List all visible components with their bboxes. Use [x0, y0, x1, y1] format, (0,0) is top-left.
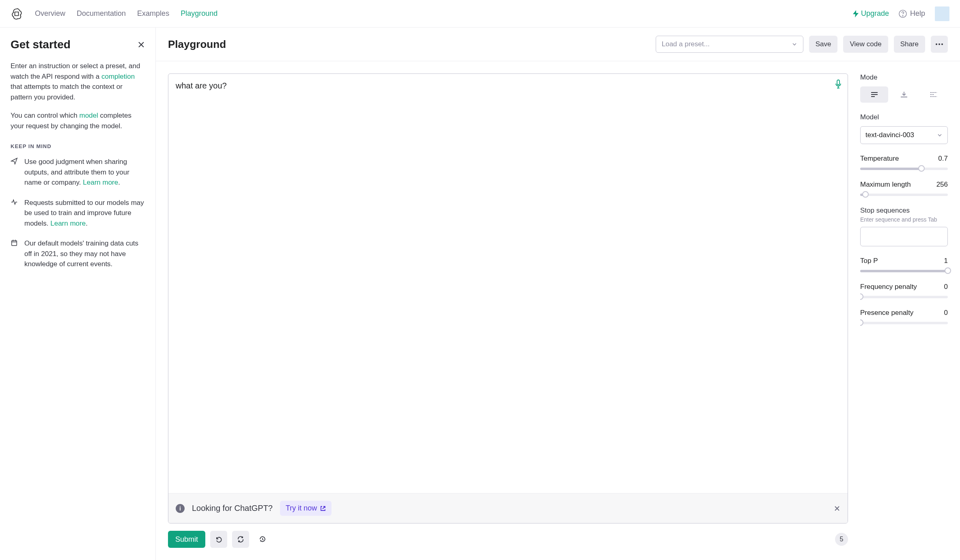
- help-link[interactable]: Help: [899, 9, 925, 18]
- svg-point-1: [902, 15, 903, 16]
- try-it-now-button[interactable]: Try it now: [280, 501, 331, 516]
- sidebar-title: Get started: [11, 38, 71, 51]
- topp-slider[interactable]: [860, 270, 948, 272]
- chevron-down-icon: [792, 41, 797, 47]
- maxlength-label: Maximum length: [860, 181, 911, 189]
- dots-icon: [936, 43, 943, 45]
- settings-panel: Mode: [860, 61, 960, 560]
- model-value: text-davinci-003: [865, 131, 914, 139]
- mode-edit-icon: [930, 92, 937, 97]
- regenerate-button[interactable]: [232, 531, 249, 548]
- history-icon: [259, 536, 266, 543]
- svg-rect-6: [837, 80, 839, 85]
- temperature-label: Temperature: [860, 155, 899, 163]
- svg-point-4: [938, 43, 940, 45]
- nav-links: Overview Documentation Examples Playgrou…: [35, 9, 853, 18]
- calendar-icon: [11, 239, 19, 269]
- token-count: 5: [835, 533, 848, 546]
- learn-more-link[interactable]: Learn more: [83, 179, 118, 186]
- topp-label: Top P: [860, 257, 878, 265]
- learn-more-link[interactable]: Learn more: [50, 220, 86, 227]
- nav-documentation[interactable]: Documentation: [77, 9, 126, 18]
- history-button[interactable]: [254, 531, 271, 548]
- nav-playground[interactable]: Playground: [181, 9, 217, 18]
- svg-point-5: [941, 43, 943, 45]
- close-icon[interactable]: [834, 505, 840, 512]
- stop-hint: Enter sequence and press Tab: [860, 216, 948, 223]
- help-icon: [899, 10, 907, 18]
- avatar[interactable]: [935, 6, 949, 21]
- info-icon: i: [176, 504, 185, 513]
- stop-label: Stop sequences: [860, 207, 948, 215]
- freqpen-label: Frequency penalty: [860, 283, 917, 291]
- upgrade-link[interactable]: Upgrade: [853, 9, 889, 18]
- prompt-textarea[interactable]: what are you?: [168, 74, 848, 493]
- model-label: Model: [860, 113, 948, 121]
- undo-button[interactable]: [210, 531, 227, 548]
- model-select[interactable]: text-davinci-003: [860, 126, 948, 144]
- mode-label: Mode: [860, 73, 948, 82]
- openai-logo[interactable]: [11, 8, 23, 20]
- submit-button[interactable]: Submit: [168, 531, 205, 548]
- mode-complete-button[interactable]: [860, 86, 888, 103]
- bolt-icon: [853, 10, 859, 17]
- undo-icon: [215, 536, 222, 543]
- close-icon[interactable]: [138, 41, 145, 48]
- get-started-sidebar: Get started Enter an instruction or sele…: [0, 28, 156, 560]
- prespen-value: 0: [944, 309, 948, 317]
- svg-point-3: [936, 43, 937, 45]
- maxlength-slider[interactable]: [860, 194, 948, 196]
- nav-right: Upgrade Help: [853, 6, 949, 21]
- nav-examples[interactable]: Examples: [137, 9, 169, 18]
- share-button[interactable]: Share: [894, 36, 925, 53]
- editor-box: what are you? i Looking for ChatGPT? Try…: [168, 73, 848, 523]
- temperature-slider[interactable]: [860, 168, 948, 170]
- nav-overview[interactable]: Overview: [35, 9, 65, 18]
- banner-text: Looking for ChatGPT?: [192, 504, 273, 513]
- prespen-label: Presence penalty: [860, 309, 913, 317]
- more-button[interactable]: [931, 36, 948, 53]
- mode-complete-icon: [871, 92, 878, 97]
- top-nav: Overview Documentation Examples Playgrou…: [0, 0, 960, 28]
- activity-icon: [11, 198, 19, 229]
- mode-insert-icon: [900, 91, 908, 98]
- save-button[interactable]: Save: [809, 36, 838, 53]
- chatgpt-banner: i Looking for ChatGPT? Try it now: [168, 493, 848, 523]
- keep-in-mind-heading: KEEP IN MIND: [11, 143, 145, 149]
- maxlength-value: 256: [936, 181, 948, 189]
- keep-item: Use good judgment when sharing outputs, …: [11, 157, 145, 188]
- model-link[interactable]: model: [79, 112, 98, 119]
- sidebar-p1: Enter an instruction or select a preset,…: [11, 61, 145, 102]
- svg-rect-2: [12, 241, 17, 246]
- prespen-slider[interactable]: [860, 322, 948, 324]
- temperature-value: 0.7: [938, 155, 948, 163]
- mic-icon[interactable]: [835, 80, 842, 88]
- preset-placeholder: Load a preset...: [662, 40, 710, 48]
- chevron-down-icon: [937, 132, 943, 138]
- refresh-icon: [237, 536, 244, 543]
- topp-value: 1: [944, 257, 948, 265]
- mode-insert-button[interactable]: [890, 86, 918, 103]
- keep-item: Requests submitted to our models may be …: [11, 198, 145, 229]
- preset-select[interactable]: Load a preset...: [656, 36, 803, 53]
- page-title: Playground: [168, 38, 226, 51]
- keep-item: Our default models' training data cuts o…: [11, 238, 145, 269]
- external-link-icon: [320, 506, 326, 511]
- main-header: Playground Load a preset... Save View co…: [156, 28, 960, 61]
- sidebar-p2: You can control which model completes yo…: [11, 110, 145, 131]
- send-icon: [11, 157, 19, 188]
- freqpen-value: 0: [944, 283, 948, 291]
- help-label: Help: [910, 9, 925, 18]
- mode-edit-button[interactable]: [920, 86, 948, 103]
- view-code-button[interactable]: View code: [843, 36, 888, 53]
- stop-sequences-input[interactable]: [860, 227, 948, 246]
- freqpen-slider[interactable]: [860, 296, 948, 298]
- upgrade-label: Upgrade: [861, 9, 889, 18]
- completion-link[interactable]: completion: [101, 73, 135, 80]
